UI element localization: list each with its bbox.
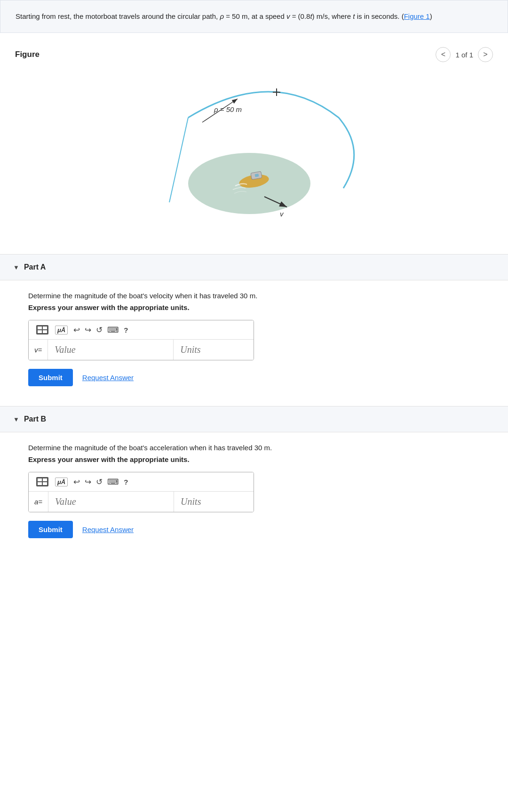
v-label: v (280, 210, 284, 218)
part-a-toolbar: μÅ ↩ ↪ ↺ ⌨ ? (29, 320, 254, 340)
part-a-answer-box: μÅ ↩ ↪ ↺ ⌨ ? v = (28, 320, 254, 360)
part-b-units-input[interactable] (174, 492, 254, 512)
figure-title: Figure (15, 50, 40, 59)
part-b-input-row: a = (29, 492, 254, 512)
part-b-instruction: Express your answer with the appropriate… (28, 455, 480, 463)
part-a-mu-icon[interactable]: μÅ (54, 325, 69, 335)
part-a-request-answer-button[interactable]: Request Answer (82, 374, 134, 382)
part-b-title: Part B (24, 415, 46, 423)
part-b-undo-icon[interactable]: ↩ (73, 477, 80, 487)
part-a-actions: Submit Request Answer (28, 369, 480, 386)
part-a-variable-label: v = (29, 340, 48, 360)
diagram-container: ρ = 50 m (141, 80, 367, 231)
part-a-refresh-icon[interactable]: ↺ (96, 325, 103, 335)
part-a-submit-button[interactable]: Submit (28, 369, 73, 386)
part-b-submit-button[interactable]: Submit (28, 521, 73, 538)
part-b-refresh-icon[interactable]: ↺ (96, 477, 103, 487)
part-a-arrow: ▼ (13, 264, 19, 271)
part-b-body: Determine the magnitude of the boat's ac… (0, 432, 508, 552)
part-a-matrix-icon[interactable] (35, 324, 49, 335)
part-a-section: ▼ Part A Determine the magnitude of the … (0, 254, 508, 400)
part-b-header[interactable]: ▼ Part B (0, 406, 508, 432)
part-a-title: Part A (24, 263, 46, 271)
part-b-request-answer-button[interactable]: Request Answer (82, 525, 134, 533)
figure-diagram: ρ = 50 m (15, 71, 493, 245)
figure-header: Figure < 1 of 1 > (15, 47, 493, 62)
figure-count: 1 of 1 (455, 51, 473, 59)
part-b-keyboard-icon[interactable]: ⌨ (107, 477, 119, 487)
part-b-matrix-icon[interactable] (35, 476, 49, 487)
part-a-body: Determine the magnitude of the boat's ve… (0, 280, 508, 400)
problem-text: Starting from rest, the motorboat travel… (16, 12, 432, 20)
part-b-answer-box: μÅ ↩ ↪ ↺ ⌨ ? a = (28, 472, 254, 512)
part-b-actions: Submit Request Answer (28, 521, 480, 538)
part-b-section: ▼ Part B Determine the magnitude of the … (0, 406, 508, 552)
part-a-input-row: v = (29, 340, 254, 360)
part-a-value-input[interactable] (48, 340, 173, 360)
part-b-toolbar: μÅ ↩ ↪ ↺ ⌨ ? (29, 472, 254, 492)
part-b-mu-icon[interactable]: μÅ (54, 477, 69, 487)
part-a-help-icon[interactable]: ? (124, 326, 128, 334)
part-a-undo-icon[interactable]: ↩ (73, 325, 80, 335)
part-a-instruction: Express your answer with the appropriate… (28, 303, 480, 311)
part-a-header[interactable]: ▼ Part A (0, 255, 508, 280)
problem-statement: Starting from rest, the motorboat travel… (0, 0, 508, 33)
part-b-help-icon[interactable]: ? (124, 478, 128, 486)
figure-next-button[interactable]: > (478, 47, 493, 62)
figure-section: Figure < 1 of 1 > (0, 33, 508, 254)
part-a-keyboard-icon[interactable]: ⌨ (107, 325, 119, 335)
diagram-svg: ρ = 50 m (141, 80, 367, 231)
left-tangent (169, 118, 188, 202)
figure-prev-button[interactable]: < (436, 47, 451, 62)
part-a-description: Determine the magnitude of the boat's ve… (28, 292, 480, 300)
figure-link[interactable]: Figure 1 (404, 12, 430, 20)
part-a-redo-icon[interactable]: ↪ (85, 325, 91, 335)
part-b-arrow: ▼ (13, 416, 19, 423)
rho-label: ρ = 50 m (214, 105, 242, 113)
part-b-variable-label: a = (29, 492, 48, 512)
figure-navigation: < 1 of 1 > (436, 47, 493, 62)
part-b-description: Determine the magnitude of the boat's ac… (28, 444, 480, 452)
part-b-redo-icon[interactable]: ↪ (85, 477, 91, 487)
part-a-units-input[interactable] (173, 340, 254, 360)
part-b-value-input[interactable] (48, 492, 174, 512)
